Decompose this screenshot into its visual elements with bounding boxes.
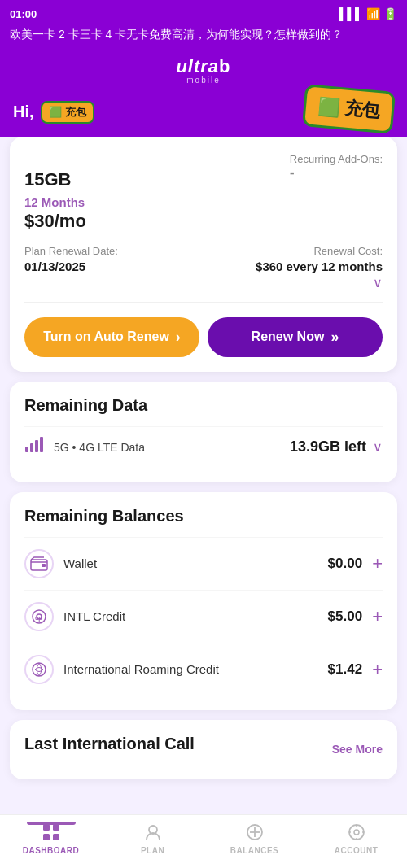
plan-gb-number: 15	[24, 169, 44, 190]
chongbao-large-badge: 🟩 充包	[302, 84, 396, 133]
intl-icon: up	[24, 602, 54, 631]
status-time: 01:00	[10, 7, 37, 22]
roaming-amount: $1.42	[328, 661, 363, 678]
renewal-cost-label: Renewal Cost:	[313, 245, 383, 257]
plan-label: PLAN	[141, 846, 164, 855]
wallet-left: Wallet	[24, 549, 97, 578]
data-row-lte[interactable]: 5G • 4G LTE Data 13.9GB left ∨	[24, 426, 383, 468]
renew-now-button[interactable]: Renew Now »	[208, 317, 383, 357]
svg-rect-10	[43, 824, 50, 831]
auto-renew-label: Turn on Auto Renew	[43, 329, 169, 344]
recurring-label: Recurring Add-Ons:	[290, 153, 383, 165]
balances-icon	[246, 823, 264, 846]
plan-header: 15GB Recurring Add-Ons: -	[24, 153, 383, 192]
account-label: ACCOUNT	[335, 846, 379, 855]
balance-row-wallet: Wallet $0.00 +	[24, 537, 383, 590]
intl-amount: $5.00	[328, 608, 363, 625]
renewal-date-col: Plan Renewal Date: 01/13/2025	[24, 245, 118, 273]
roaming-left: International Roaming Credit	[24, 655, 219, 684]
plan-card: 15GB Recurring Add-Ons: - 12 Months $30/…	[10, 137, 397, 372]
data-row-left: 5G • 4G LTE Data	[24, 435, 145, 460]
svg-rect-13	[53, 834, 59, 840]
renew-now-arrows: »	[330, 329, 339, 346]
top-banner: 01:00 ▌▌▌ 📶 🔋 欧美一卡 2 卡三卡 4 卡无卡免费高清，为何能实现…	[0, 0, 407, 51]
lte-label-text: 5G • 4G LTE Data	[54, 441, 145, 454]
intl-name: INTL Credit	[63, 609, 125, 623]
svg-rect-12	[43, 834, 50, 840]
intl-left: up INTL Credit	[24, 602, 125, 631]
balance-row-intl: up INTL Credit $5.00 +	[24, 590, 383, 643]
logo-ultra: ultra	[176, 56, 219, 76]
wallet-right: $0.00 +	[328, 555, 383, 573]
balance-row-roaming: International Roaming Credit $1.42 +	[24, 643, 383, 696]
remaining-balances-title: Remaining Balances	[24, 507, 383, 526]
wallet-amount: $0.00	[328, 556, 363, 572]
app-logo: ultrab	[176, 56, 230, 77]
renewal-row: Plan Renewal Date: 01/13/2025 Renewal Co…	[24, 245, 383, 303]
account-icon	[348, 823, 365, 846]
recurring-addons: Recurring Add-Ons: -	[290, 153, 383, 182]
auto-renew-arrow: ›	[176, 329, 181, 346]
data-right: 13.9GB left ∨	[290, 438, 383, 456]
plan-duration: 12 Months	[24, 195, 383, 209]
renewal-chevron-down[interactable]: ∨	[373, 275, 383, 290]
wallet-name: Wallet	[63, 556, 97, 570]
intl-add-button[interactable]: +	[372, 608, 383, 626]
chongbao-small-text: 充包	[65, 105, 86, 120]
svg-rect-11	[53, 824, 59, 831]
lte-signal-icon	[24, 435, 44, 460]
roaming-add-button[interactable]: +	[372, 661, 383, 678]
renewal-date-value: 01/13/2025	[24, 260, 118, 273]
dashboard-label: DASHBOARD	[23, 846, 80, 855]
svg-rect-1	[30, 443, 33, 452]
remaining-balances-card: Remaining Balances Wallet $0.00 +	[10, 492, 397, 710]
banner-text: 欧美一卡 2 卡三卡 4 卡无卡免费高清，为何能实现？怎样做到的？	[10, 26, 397, 43]
bottom-nav: DASHBOARD PLAN BALANCES AC	[0, 814, 407, 868]
hi-label: Hi,	[13, 103, 34, 121]
hi-row: Hi, 🟩 充包 🟩 充包	[0, 96, 407, 137]
nav-plan[interactable]: PLAN	[102, 823, 204, 855]
lte-amount: 13.9GB left	[290, 438, 366, 456]
intl-right: $5.00 +	[328, 608, 383, 626]
chongbao-small-badge: 🟩 充包	[41, 101, 94, 124]
action-buttons: Turn on Auto Renew › Renew Now »	[24, 317, 383, 357]
last-call-section: Last International Call See More	[10, 720, 397, 779]
dashboard-icon	[42, 823, 60, 846]
plan-gb-unit: GB	[44, 169, 71, 190]
logo-p: b	[219, 56, 230, 76]
plan-gb: 15GB	[24, 153, 71, 192]
lte-label: 5G • 4G LTE Data	[54, 441, 145, 454]
nav-dashboard[interactable]: DASHBOARD	[0, 823, 102, 855]
status-icons: ▌▌▌ 📶 🔋	[339, 7, 397, 23]
remaining-data-title: Remaining Data	[24, 396, 383, 415]
roaming-name: International Roaming Credit	[63, 662, 219, 676]
balances-label: BALANCES	[230, 846, 279, 855]
logo-sub: mobile	[186, 76, 220, 85]
nav-balances[interactable]: BALANCES	[204, 823, 305, 855]
wallet-add-button[interactable]: +	[372, 555, 383, 573]
recurring-value: -	[290, 165, 383, 182]
remaining-data-card: Remaining Data 5G • 4G LTE Data 13.9GB l…	[10, 382, 397, 482]
nav-account[interactable]: ACCOUNT	[305, 823, 407, 855]
auto-renew-button[interactable]: Turn on Auto Renew ›	[24, 317, 199, 357]
wallet-icon	[24, 549, 54, 578]
plan-price: $30/mo	[24, 211, 383, 232]
renewal-cost-col: Renewal Cost: $360 every 12 months ∨	[256, 245, 383, 290]
svg-rect-3	[40, 437, 43, 452]
svg-rect-5	[42, 564, 46, 567]
roaming-right: $1.42 +	[328, 661, 383, 678]
svg-rect-2	[35, 440, 38, 452]
see-more-button[interactable]: See More	[332, 743, 383, 756]
chongbao-large-icon: 🟩	[317, 95, 340, 117]
svg-text:up: up	[35, 615, 42, 622]
chongbao-large-text: 充包	[344, 98, 381, 121]
renewal-date-label: Plan Renewal Date:	[24, 245, 118, 257]
plan-icon	[144, 823, 162, 846]
battery-icon: 🔋	[383, 7, 397, 23]
lte-chevron: ∨	[373, 439, 383, 455]
svg-rect-0	[25, 447, 28, 452]
wifi-icon: 📶	[366, 7, 380, 23]
renew-now-label: Renew Now	[252, 329, 325, 344]
renewal-cost-value: $360 every 12 months	[256, 260, 383, 273]
svg-point-19	[354, 830, 359, 835]
